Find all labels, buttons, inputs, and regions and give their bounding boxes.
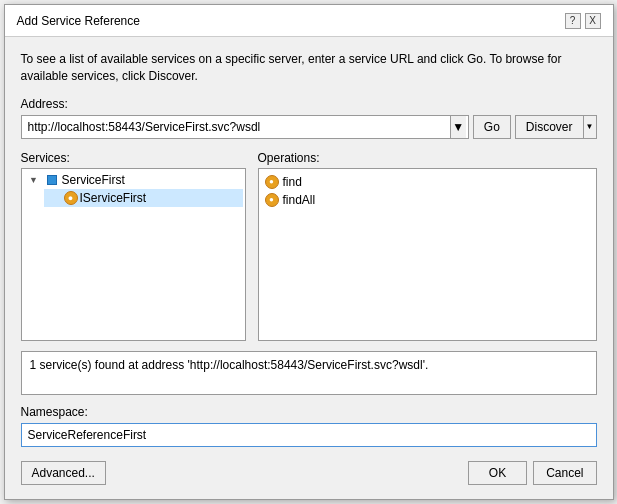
tree-item-iservicefirst[interactable]: ● IServiceFirst — [44, 189, 243, 207]
close-button[interactable]: X — [585, 13, 601, 29]
status-box: 1 service(s) found at address 'http://lo… — [21, 351, 597, 395]
interface-icon: ● — [64, 191, 78, 205]
dialog-title: Add Service Reference — [17, 14, 140, 28]
op-find-icon: ● — [265, 175, 279, 189]
address-label: Address: — [21, 97, 597, 111]
panels-row: Services: ▼ ServiceFirst — [21, 151, 597, 341]
servicefirst-label: ServiceFirst — [62, 173, 125, 187]
iservicefirst-label: IServiceFirst — [80, 191, 147, 205]
op-find: ● find — [263, 173, 592, 191]
discover-dropdown-arrow[interactable]: ▼ — [583, 115, 597, 139]
op-find-label: find — [283, 175, 302, 189]
address-row: ▼ Go Discover ▼ — [21, 115, 597, 139]
ok-button[interactable]: OK — [468, 461, 527, 485]
dialog-container: Add Service Reference ? X To see a list … — [4, 4, 614, 500]
namespace-input[interactable] — [21, 423, 597, 447]
namespace-section: Namespace: — [21, 405, 597, 447]
discover-button[interactable]: Discover — [515, 115, 583, 139]
address-input[interactable] — [24, 120, 450, 134]
op-findall-icon: ● — [265, 193, 279, 207]
title-bar: Add Service Reference ? X — [5, 5, 613, 37]
namespace-label: Namespace: — [21, 405, 597, 419]
advanced-button[interactable]: Advanced... — [21, 461, 106, 485]
operations-panel: Operations: ● find ● findAll — [258, 151, 597, 341]
cancel-button[interactable]: Cancel — [533, 461, 596, 485]
expand-icon: ▼ — [26, 172, 42, 188]
address-dropdown-arrow[interactable]: ▼ — [450, 116, 466, 138]
op-findall: ● findAll — [263, 191, 592, 209]
description-text: To see a list of available services on a… — [21, 51, 597, 85]
service-icon — [44, 172, 60, 188]
expand-placeholder — [46, 190, 62, 206]
bottom-right-buttons: OK Cancel — [468, 461, 597, 485]
address-combobox[interactable]: ▼ — [21, 115, 469, 139]
operations-list: ● find ● findAll — [258, 168, 597, 341]
go-button[interactable]: Go — [473, 115, 511, 139]
dialog-content: To see a list of available services on a… — [5, 37, 613, 499]
op-findall-label: findAll — [283, 193, 316, 207]
tree-child-iservicefirst: ● IServiceFirst — [44, 189, 243, 207]
help-button[interactable]: ? — [565, 13, 581, 29]
services-label: Services: — [21, 151, 246, 165]
services-tree[interactable]: ▼ ServiceFirst ● IServiceF — [21, 168, 246, 341]
bottom-buttons: Advanced... OK Cancel — [21, 457, 597, 485]
title-bar-controls: ? X — [565, 13, 601, 29]
status-text: 1 service(s) found at address 'http://lo… — [30, 358, 429, 372]
services-panel: Services: ▼ ServiceFirst — [21, 151, 246, 341]
tree-item-servicefirst[interactable]: ▼ ServiceFirst — [24, 171, 243, 189]
discover-button-group: Discover ▼ — [515, 115, 597, 139]
operations-label: Operations: — [258, 151, 597, 165]
